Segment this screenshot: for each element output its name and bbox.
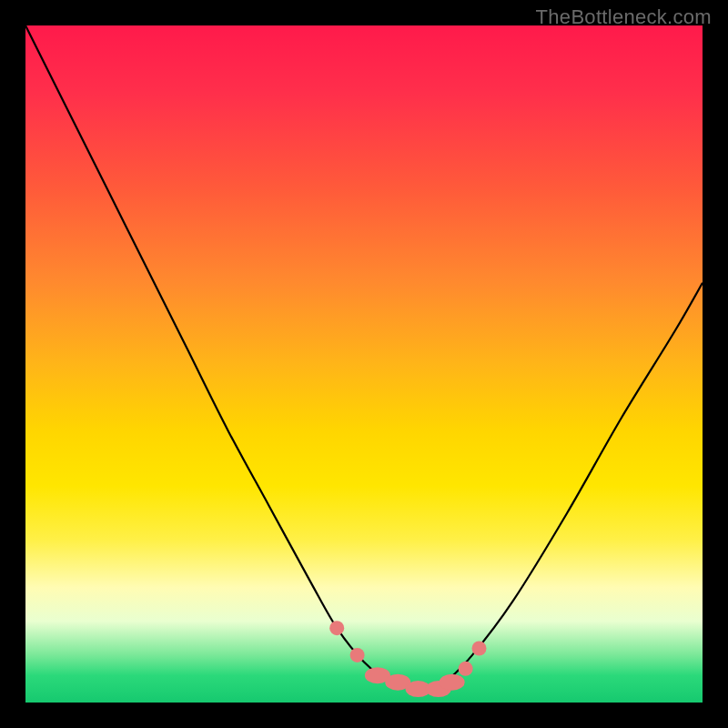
plot-area — [25, 25, 703, 703]
bottleneck-curve — [25, 25, 703, 703]
data-marker — [459, 662, 473, 676]
marker-layer — [329, 621, 486, 697]
chart-frame: TheBottleneck.com — [0, 0, 728, 728]
data-marker — [472, 642, 487, 656]
data-marker — [329, 621, 344, 635]
data-marker — [350, 648, 365, 662]
data-marker — [440, 674, 465, 691]
watermark-text: TheBottleneck.com — [536, 5, 712, 29]
curve-path — [25, 25, 703, 690]
